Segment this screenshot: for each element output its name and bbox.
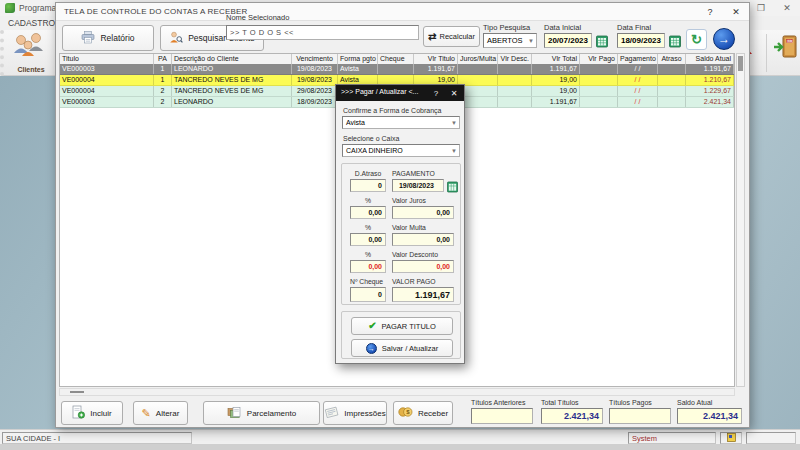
clientes-button[interactable]: Clientes — [8, 33, 54, 73]
table-cell: 2 — [154, 86, 172, 96]
table-cell — [498, 86, 532, 96]
dialog-help-button[interactable]: ? — [428, 85, 444, 101]
num-cheque-field[interactable]: 0 — [350, 287, 386, 302]
data-final-field[interactable]: 18/09/2023 — [617, 33, 665, 48]
saldo-atual-label: Saldo Atual — [677, 399, 712, 406]
column-header[interactable]: Vlr Desc. — [498, 54, 532, 64]
salvar-atualizar-label: Salvar / Atualizar — [382, 344, 438, 353]
table-row[interactable]: VE0000031LEONARDO19/08/2023Avista1.191,6… — [60, 64, 734, 75]
swap-arrows-icon: ⇄ — [428, 31, 436, 42]
scrollbar-thumb[interactable] — [70, 391, 84, 393]
svg-text:EXIT: EXIT — [787, 39, 793, 43]
incluir-label: Incluir — [90, 409, 111, 418]
desconto-pct-label: % — [350, 251, 386, 258]
dialog-close-button[interactable]: ✕ — [446, 85, 462, 101]
multa-pct-label: % — [350, 224, 386, 231]
total-titulos-field: 2.421,34 — [541, 408, 603, 424]
valor-multa-field[interactable]: 0,00 — [392, 233, 454, 246]
maximize-icon[interactable]: ❐ — [748, 0, 774, 16]
table-cell — [498, 97, 532, 107]
clientes-people-icon — [12, 33, 50, 65]
pagar-atualizar-dialog: >>> Pagar / Atualizar <... ? ✕ Confirme … — [335, 84, 465, 364]
d-atraso-field[interactable]: 0 — [350, 179, 386, 192]
save-arrow-icon: → — [366, 343, 377, 354]
pagamento-field[interactable]: 19/08/2023 — [392, 179, 444, 192]
column-header[interactable]: PA — [154, 54, 172, 64]
column-header[interactable]: Pagamento — [618, 54, 658, 64]
column-header[interactable]: Cheque — [378, 54, 414, 64]
column-header[interactable]: Titulo — [60, 54, 154, 64]
vertical-scrollbar[interactable] — [736, 53, 745, 387]
column-header[interactable]: Vlr Titulo — [414, 54, 458, 64]
table-cell: / / — [618, 64, 658, 74]
juros-pct-label: % — [350, 197, 386, 204]
nome-selecionado-field[interactable]: >> T O D O S << — [226, 25, 419, 40]
print-sheet-icon — [324, 406, 339, 421]
calendar-icon[interactable] — [447, 179, 459, 192]
recalcular-label: Recalcular — [439, 32, 474, 41]
forma-cobranca-select[interactable]: Avista ▼ — [342, 116, 460, 129]
column-header[interactable]: Vencimento — [292, 54, 338, 64]
recalcular-button[interactable]: ⇄ Recalcular — [423, 26, 480, 47]
column-header[interactable]: Atraso — [658, 54, 686, 64]
relatorio-button[interactable]: Relatório — [62, 25, 154, 51]
arrow-right-icon: → — [718, 32, 730, 46]
close-button[interactable]: ✕ — [724, 3, 748, 21]
toolbar-separator — [766, 34, 767, 72]
column-header[interactable]: Saldo Atual — [686, 54, 734, 64]
window-title: TELA DE CONTROLE DO CONTAS A RECEBER — [64, 7, 248, 16]
pagar-titulo-button[interactable]: ✔ PAGAR TITULO — [351, 317, 453, 335]
alterar-button[interactable]: ✎ Alterar — [133, 401, 188, 425]
caixa-select[interactable]: CAIXA DINHEIRO ▼ — [342, 144, 460, 157]
column-header[interactable]: Descrição do Cliente — [172, 54, 292, 64]
column-header[interactable]: Forma pgto — [338, 54, 378, 64]
dialog-titlebar[interactable]: >>> Pagar / Atualizar <... ? ✕ — [336, 85, 464, 101]
valor-juros-field[interactable]: 0,00 — [392, 206, 454, 219]
desconto-pct-field[interactable]: 0,00 — [350, 260, 386, 273]
chevron-down-icon: ▼ — [528, 38, 534, 44]
go-button[interactable]: → — [713, 28, 735, 50]
tipo-pesquisa-select[interactable]: ABERTOS ▼ — [483, 33, 537, 48]
calendar-icon[interactable] — [669, 34, 681, 47]
exit-button[interactable]: EXIT — [770, 33, 800, 73]
juros-pct-field[interactable]: 0,00 — [350, 206, 386, 219]
data-final-label: Data Final — [617, 23, 651, 32]
help-button[interactable]: ? — [698, 3, 722, 21]
refresh-button[interactable]: ↻ — [686, 29, 707, 50]
horizontal-scrollbar[interactable] — [59, 388, 735, 396]
menu-cadastros[interactable]: CADASTROS — [8, 18, 61, 28]
table-cell: 1.210,67 — [686, 75, 734, 85]
valor-desconto-field[interactable]: 0,00 — [392, 260, 454, 273]
close-icon[interactable]: ✕ — [774, 0, 800, 16]
valor-pago-field[interactable]: 1.191,67 — [392, 287, 454, 302]
dialog-title: >>> Pagar / Atualizar <... — [341, 88, 418, 95]
parcelamento-button[interactable]: Parcelamento — [203, 401, 320, 425]
forma-cobranca-value: Avista — [346, 119, 365, 126]
table-cell: 18/09/2023 — [292, 97, 338, 107]
column-header[interactable]: Vlr Total — [532, 54, 580, 64]
table-cell — [498, 64, 532, 74]
receber-button[interactable]: $ Receber — [393, 401, 453, 425]
tipo-pesquisa-label: Tipo Pesquisa — [483, 23, 530, 32]
relatorio-label: Relatório — [100, 33, 134, 43]
salvar-atualizar-button[interactable]: → Salvar / Atualizar — [351, 339, 453, 357]
coins-icon: $ — [398, 406, 413, 420]
num-cheque-label: Nº Cheque — [350, 278, 383, 285]
status-bar: SUA CIDADE - I System — [0, 429, 800, 444]
window-titlebar[interactable]: TELA DE CONTROLE DO CONTAS A RECEBER ? ✕ — [56, 3, 749, 21]
incluir-button[interactable]: Incluir — [61, 401, 123, 425]
table-cell: VE000004 — [60, 75, 154, 85]
impressoes-button[interactable]: Impressões — [323, 401, 387, 425]
column-header[interactable]: Juros/Multa — [458, 54, 498, 64]
table-cell: TANCREDO NEVES DE MG — [172, 75, 292, 85]
scrollbar-thumb[interactable] — [738, 56, 743, 71]
table-cell — [658, 97, 686, 107]
multa-pct-field[interactable]: 0,00 — [350, 233, 386, 246]
valor-pago-label: VALOR PAGO — [392, 278, 436, 285]
data-inicial-field[interactable]: 20/07/2023 — [544, 33, 592, 48]
table-cell: 19,00 — [532, 75, 580, 85]
table-header-row: TituloPADescrição do ClienteVencimentoFo… — [60, 54, 734, 64]
calendar-icon[interactable] — [596, 34, 608, 47]
table-cell: / / — [618, 75, 658, 85]
column-header[interactable]: Vlr Pago — [580, 54, 618, 64]
